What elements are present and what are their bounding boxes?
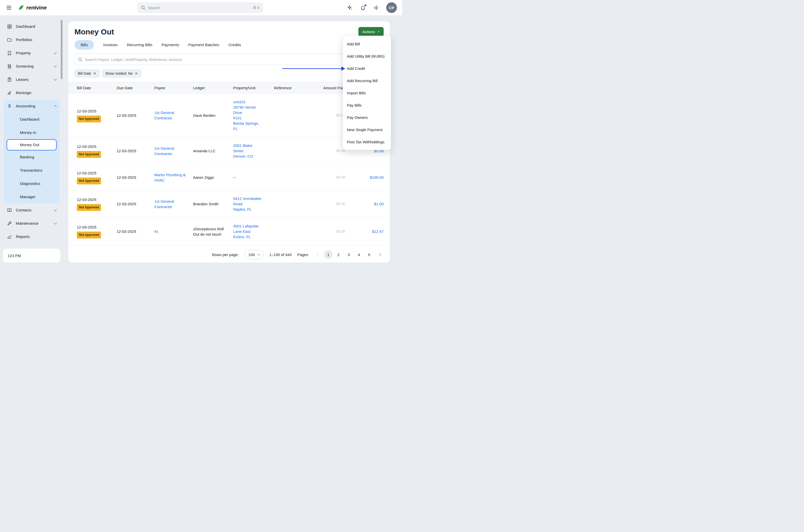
property-value: --: [233, 169, 274, 186]
page-number-2[interactable]: 2: [334, 250, 343, 259]
sidebar-item-label: Reports: [16, 234, 56, 239]
sidebar-item-label: Property: [16, 51, 51, 55]
search-icon: [78, 57, 82, 62]
table-row[interactable]: 12-03-2025Not Approved 12-03-2025 1st Ge…: [69, 94, 390, 137]
menu-item-add-utility-bill[interactable]: Add Utility Bill (RUBS): [343, 50, 391, 62]
sidebar-subitem-diagnostics[interactable]: Diagnostics: [4, 177, 60, 190]
payee-link[interactable]: Martin Plumbing & HVAC: [154, 167, 193, 188]
filter-chip-bill-date[interactable]: Bill Date ×: [75, 70, 99, 77]
sidebar-item-portfolios[interactable]: Portfolios: [4, 33, 60, 46]
sidebar-subitem-dashboard[interactable]: Dashboard: [4, 113, 60, 126]
table-row[interactable]: 12-03-2025Not Approved 12-03-2025 Martin…: [69, 165, 390, 190]
page-number-3[interactable]: 3: [344, 250, 353, 259]
table-row[interactable]: 12-03-2025Not Approved 12-03-2025 1st Ge…: [69, 137, 390, 165]
tab-payment-batches[interactable]: Payment Batches: [188, 43, 219, 47]
remove-filter-icon[interactable]: ×: [93, 71, 96, 76]
sidebar-item-reports[interactable]: Reports: [4, 230, 60, 243]
table-row[interactable]: 12-03-2025Not Approved 12-03-2025 1st Ge…: [69, 190, 390, 218]
tab-payments[interactable]: Payments: [161, 43, 179, 47]
property-link[interactable]: 2001 Blake Street Denver, CO: [233, 137, 274, 165]
table-header: Bill Date Due Date Payee Ledger Property…: [69, 82, 390, 94]
col-due-date[interactable]: Due Date: [117, 86, 154, 90]
subitem-label: Banking: [20, 155, 34, 159]
sidebar-item-label: Screening: [16, 64, 51, 69]
sidebar-item-dashboard[interactable]: Dashboard: [4, 20, 60, 33]
col-reference[interactable]: Reference: [274, 86, 311, 90]
signature-icon: [7, 90, 12, 95]
subitem-label: Diagnostics: [20, 181, 40, 186]
sidebar-item-label: Accounting: [16, 104, 51, 108]
page-title: Money Out: [75, 27, 114, 36]
property-link[interactable]: 5412 Immokalee Road Naples, FL: [233, 190, 274, 217]
menu-item-new-single-payment[interactable]: New Single Payment: [343, 124, 391, 136]
sidebar-item-property[interactable]: Property: [4, 46, 60, 60]
menu-item-add-recurring-bill[interactable]: Add Recurring Bill: [343, 74, 391, 87]
sidebar-subitem-money-out[interactable]: Money Out: [7, 139, 57, 150]
sidebar-scrollbar[interactable]: [61, 20, 62, 79]
status-badge: Not Approved: [77, 151, 101, 158]
sidebar-item-screening[interactable]: Screening: [4, 60, 60, 73]
rows-per-page-select[interactable]: 100: [244, 250, 264, 259]
payee-link[interactable]: 1st General Contractor: [154, 140, 193, 162]
megaphone-icon[interactable]: [373, 4, 380, 11]
next-page-icon[interactable]: [375, 250, 384, 259]
col-payee[interactable]: Payee: [154, 86, 193, 90]
ledger: Dave Borden: [193, 107, 233, 124]
tab-bills[interactable]: Bills: [75, 40, 94, 50]
chevron-down-icon: [54, 51, 57, 54]
bills-search-input[interactable]: [85, 57, 380, 62]
page-number-5[interactable]: 5: [365, 250, 374, 259]
menu-item-pay-owners[interactable]: Pay Owners: [343, 111, 391, 124]
col-bill-date[interactable]: Bill Date: [77, 86, 117, 90]
sidebar-item-accounting[interactable]: $ Accounting: [4, 99, 60, 113]
actions-button[interactable]: Actions: [358, 27, 384, 36]
chart-icon: [7, 234, 12, 239]
amount-link[interactable]: $12.47: [345, 223, 384, 240]
menu-item-add-bill[interactable]: Add Bill: [343, 38, 391, 50]
col-ledger[interactable]: Ledger: [193, 86, 233, 90]
sidebar-subitem-transactions[interactable]: Transactions: [4, 164, 60, 177]
sidebar-item-maintenance[interactable]: Maintenance: [4, 217, 60, 230]
payee-link[interactable]: #1: [154, 223, 193, 240]
avatar[interactable]: CP: [386, 2, 397, 13]
sidebar-subitem-money-in[interactable]: Money In: [4, 126, 60, 139]
tab-credits[interactable]: Credits: [229, 43, 241, 47]
tab-invoices[interactable]: Invoices: [103, 43, 118, 47]
remove-filter-icon[interactable]: ×: [135, 71, 138, 76]
brand-logo[interactable]: rentvine: [18, 4, 47, 11]
sidebar-subitem-manager[interactable]: Manager: [4, 190, 60, 204]
property-link[interactable]: unit101 28790 Versol Drive #101 Bonita S…: [233, 94, 274, 137]
tab-recurring-bills[interactable]: Recurring Bills: [127, 43, 152, 47]
property-link[interactable]: 4501 Lafayette Lane East Estero, FL: [233, 218, 274, 245]
payee-link[interactable]: 1st General Contractor: [154, 104, 193, 126]
amount-link[interactable]: $100.00: [345, 169, 384, 186]
col-property-unit[interactable]: Property/Unit: [233, 86, 274, 90]
menu-item-pay-bills[interactable]: Pay Bills: [343, 99, 391, 111]
rows-per-page-value: 100: [248, 252, 255, 257]
filter-chip-show-voided[interactable]: Show Voided: No ×: [102, 70, 141, 77]
sidebar-item-rentsign[interactable]: Rentsign: [4, 86, 60, 99]
reference: [274, 145, 311, 157]
amount-link[interactable]: $1.00: [345, 196, 384, 212]
prev-page-icon[interactable]: [314, 250, 322, 259]
bills-search[interactable]: [75, 54, 384, 65]
global-search[interactable]: ⌘ K: [137, 2, 263, 13]
menu-icon[interactable]: [5, 4, 13, 11]
sparkle-icon[interactable]: [346, 4, 353, 11]
bell-icon[interactable]: [360, 4, 366, 11]
status-badge: Not Approved: [77, 232, 101, 239]
menu-item-import-bills[interactable]: Import Bills: [343, 87, 391, 99]
sidebar-item-contacts[interactable]: Contacts: [4, 204, 60, 217]
page-number-1[interactable]: 1: [324, 250, 332, 259]
sidebar-subitem-banking[interactable]: Banking: [4, 150, 60, 164]
menu-item-add-credit[interactable]: Add Credit: [343, 62, 391, 74]
amount-paid: $0.00: [311, 223, 345, 240]
sidebar-item-leases[interactable]: Leases: [4, 73, 60, 86]
table-row[interactable]: 12-03-2025Not Approved 12-03-2025 #1 zDe…: [69, 218, 390, 245]
col-amount-paid[interactable]: Amount Paid: [311, 86, 345, 90]
page-number-4[interactable]: 4: [355, 250, 363, 259]
search-shortcut: ⌘ K: [253, 6, 260, 10]
global-search-input[interactable]: [148, 6, 250, 10]
payee-link[interactable]: 1st General Contractor: [154, 193, 193, 215]
menu-item-post-tax-withholdings[interactable]: Post Tax Withholdings: [343, 136, 391, 148]
